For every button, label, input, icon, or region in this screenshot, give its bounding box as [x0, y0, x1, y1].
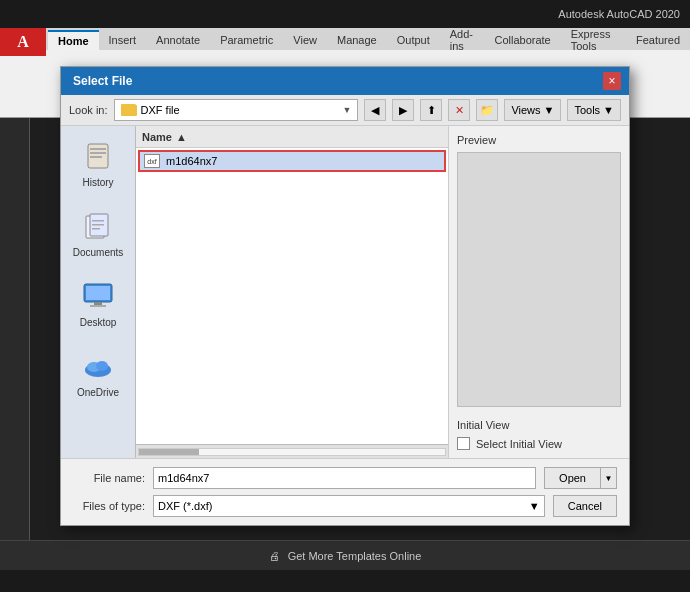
dialog-nav: History Documents — [61, 126, 136, 458]
nav-item-documents[interactable]: Documents — [66, 204, 130, 262]
dxf-file-icon: dxf — [144, 154, 160, 168]
look-in-arrow-icon: ▼ — [342, 105, 351, 115]
svg-rect-10 — [86, 286, 110, 300]
views-button[interactable]: Views ▼ — [504, 99, 561, 121]
svg-rect-12 — [90, 305, 106, 307]
sort-icon: ▲ — [176, 131, 187, 143]
filelist-header: Name ▲ — [136, 126, 448, 148]
nav-item-desktop[interactable]: Desktop — [66, 274, 130, 332]
folder-icon — [121, 104, 137, 116]
filelist-content[interactable]: dxf m1d64nx7 — [136, 148, 448, 444]
svg-rect-3 — [90, 156, 102, 158]
history-icon — [80, 138, 116, 174]
file-item[interactable]: dxf m1d64nx7 — [138, 150, 446, 172]
file-name-text: m1d64nx7 — [166, 155, 217, 167]
files-of-type-row: Files of type: DXF (*.dxf) ▼ Cancel — [73, 495, 617, 517]
dialog-title: Select File — [73, 74, 132, 88]
initial-view-label: Initial View — [457, 419, 621, 431]
dialog-titlebar: Select File × — [61, 67, 629, 95]
nav-desktop-label: Desktop — [80, 317, 117, 328]
back-button[interactable]: ◀ — [364, 99, 386, 121]
look-in-value: DXF file — [141, 104, 339, 116]
select-file-dialog: Select File × Look in: DXF file ▼ ◀ ▶ ⬆ … — [60, 66, 630, 526]
tools-button[interactable]: Tools ▼ — [567, 99, 621, 121]
dialog-body: History Documents — [61, 126, 629, 458]
dialog-filelist: Name ▲ dxf m1d64nx7 — [136, 126, 449, 458]
svg-rect-6 — [92, 220, 104, 222]
initial-view-section: Initial View Select Initial View — [457, 419, 621, 450]
documents-icon — [80, 208, 116, 244]
svg-rect-11 — [94, 302, 102, 305]
dialog-close-button[interactable]: × — [603, 72, 621, 90]
preview-box — [457, 152, 621, 407]
views-arrow-icon: ▼ — [544, 104, 555, 116]
select-initial-view-checkbox[interactable] — [457, 437, 470, 450]
nav-documents-label: Documents — [73, 247, 124, 258]
files-of-type-arrow-icon: ▼ — [529, 500, 540, 512]
svg-rect-7 — [92, 224, 104, 226]
dialog-overlay: Select File × Look in: DXF file ▼ ◀ ▶ ⬆ … — [0, 0, 690, 592]
svg-rect-2 — [90, 152, 106, 154]
look-in-label: Look in: — [69, 104, 108, 116]
files-of-type-label: Files of type: — [73, 500, 145, 512]
select-initial-view-label: Select Initial View — [476, 438, 562, 450]
views-label: Views — [511, 104, 540, 116]
forward-button[interactable]: ▶ — [392, 99, 414, 121]
nav-history-label: History — [82, 177, 113, 188]
dialog-toolbar: Look in: DXF file ▼ ◀ ▶ ⬆ ✕ 📁 Views ▼ To… — [61, 95, 629, 126]
tools-arrow-icon: ▼ — [603, 104, 614, 116]
open-button-arrow[interactable]: ▼ — [601, 467, 617, 489]
svg-rect-8 — [92, 228, 100, 230]
file-name-row: File name: Open ▼ — [73, 467, 617, 489]
select-initial-view-row: Select Initial View — [457, 437, 621, 450]
open-btn-group: Open ▼ — [544, 467, 617, 489]
dialog-bottom: File name: Open ▼ Files of type: DXF (*.… — [61, 458, 629, 525]
up-button[interactable]: ⬆ — [420, 99, 442, 121]
dialog-preview: Preview Initial View Select Initial View — [449, 126, 629, 458]
nav-onedrive-label: OneDrive — [77, 387, 119, 398]
files-of-type-combo[interactable]: DXF (*.dxf) ▼ — [153, 495, 545, 517]
svg-point-15 — [96, 361, 108, 371]
tools-label: Tools — [574, 104, 600, 116]
filelist-col-name: Name ▲ — [142, 131, 442, 143]
nav-item-onedrive[interactable]: OneDrive — [66, 344, 130, 402]
autocad-window: Autodesk AutoCAD 2020 A Home Insert Anno… — [0, 0, 690, 592]
svg-rect-1 — [90, 148, 106, 150]
files-of-type-value: DXF (*.dxf) — [158, 500, 212, 512]
scrollbar-track[interactable] — [138, 448, 446, 456]
file-name-label: File name: — [73, 472, 145, 484]
nav-item-history[interactable]: History — [66, 134, 130, 192]
new-folder-button[interactable]: 📁 — [476, 99, 498, 121]
desktop-icon — [80, 278, 116, 314]
open-button[interactable]: Open — [544, 467, 601, 489]
scrollbar-thumb[interactable] — [139, 449, 199, 455]
file-name-input[interactable] — [153, 467, 536, 489]
delete-button[interactable]: ✕ — [448, 99, 470, 121]
onedrive-icon — [80, 348, 116, 384]
look-in-combo[interactable]: DXF file ▼ — [114, 99, 359, 121]
preview-label: Preview — [457, 134, 621, 146]
cancel-button[interactable]: Cancel — [553, 495, 617, 517]
filelist-scrollbar[interactable] — [136, 444, 448, 458]
